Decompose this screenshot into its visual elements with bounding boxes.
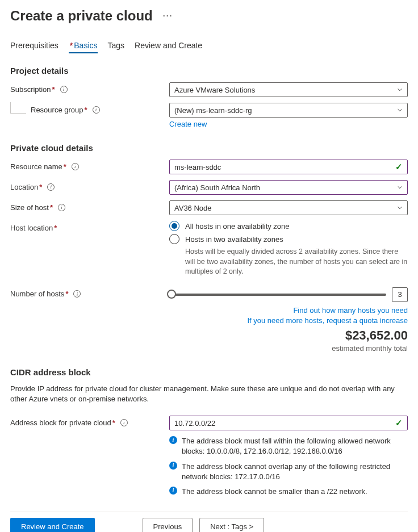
tab-tags[interactable]: Tags bbox=[108, 41, 125, 53]
tab-bar: Prerequisities *Basics Tags Review and C… bbox=[10, 41, 408, 53]
location-select[interactable]: (Africa) South Africa North bbox=[169, 180, 408, 195]
section-cidr: CIDR address block bbox=[10, 367, 408, 377]
more-actions-icon[interactable]: ··· bbox=[163, 11, 173, 20]
info-icon[interactable]: i bbox=[47, 183, 55, 191]
link-find-hosts[interactable]: Find out how many hosts you need bbox=[293, 306, 408, 315]
section-project-details: Project details bbox=[10, 66, 408, 76]
valid-check-icon: ✓ bbox=[395, 162, 403, 172]
tab-basics[interactable]: *Basics bbox=[69, 41, 98, 53]
chevron-down-icon bbox=[397, 107, 403, 113]
create-new-link[interactable]: Create new bbox=[169, 120, 207, 128]
info-icon[interactable]: i bbox=[60, 86, 68, 93]
tree-indent-icon bbox=[10, 102, 26, 114]
size-of-host-select[interactable]: AV36 Node bbox=[169, 200, 408, 215]
chevron-down-icon bbox=[397, 205, 403, 211]
previous-button[interactable]: Previous bbox=[143, 518, 193, 532]
section-private-cloud-details: Private cloud details bbox=[10, 143, 408, 153]
resource-name-input[interactable]: ms-learn-sddc ✓ bbox=[169, 160, 408, 174]
radio-unselected-icon bbox=[169, 234, 179, 244]
valid-check-icon: ✓ bbox=[395, 418, 403, 428]
label-resource-group: Resource group* i bbox=[10, 103, 169, 116]
label-size-of-host: Size of host* i bbox=[10, 200, 169, 214]
label-subscription: Subscription* i bbox=[10, 82, 169, 96]
info-icon[interactable]: i bbox=[72, 163, 79, 170]
cidr-description: Provide IP address for private cloud for… bbox=[10, 384, 408, 404]
next-button[interactable]: Next : Tags > bbox=[199, 518, 264, 532]
link-quota-increase[interactable]: If you need more hosts, request a quota … bbox=[247, 316, 408, 325]
label-number-of-hosts: Number of hosts* i bbox=[10, 287, 169, 301]
slider-thumb-icon[interactable] bbox=[167, 290, 176, 299]
radio-two-zones[interactable]: Hosts in two availability zones bbox=[169, 234, 408, 244]
info-icon[interactable]: i bbox=[73, 290, 81, 298]
label-resource-name: Resource name* i bbox=[10, 160, 169, 173]
label-address-block: Address block for private cloud* i bbox=[10, 416, 169, 429]
hosts-number-input[interactable]: 3 bbox=[392, 287, 408, 302]
tab-review[interactable]: Review and Create bbox=[135, 41, 202, 53]
radio-selected-icon bbox=[169, 221, 179, 231]
hosts-slider[interactable] bbox=[172, 294, 386, 296]
address-block-input[interactable]: 10.72.0.0/22 ✓ bbox=[169, 416, 408, 430]
resource-group-select[interactable]: (New) ms-learn-sddc-rg bbox=[169, 103, 408, 118]
label-host-location: Host location* bbox=[10, 221, 169, 234]
price-subtitle: estimated monthly total bbox=[169, 344, 408, 353]
tab-prerequisities[interactable]: Prerequisities bbox=[10, 41, 58, 53]
info-blue-icon: i bbox=[169, 436, 177, 444]
host-location-help: Hosts will be equally divided across 2 a… bbox=[185, 247, 408, 277]
radio-one-zone[interactable]: All hosts in one availability zone bbox=[169, 221, 408, 231]
cidr-info-2: i The address block cannot overlap any o… bbox=[169, 462, 408, 482]
footer-bar: Review and Create Previous Next : Tags > bbox=[10, 512, 408, 532]
info-icon[interactable]: i bbox=[58, 204, 65, 211]
label-location: Location* i bbox=[10, 180, 169, 194]
info-blue-icon: i bbox=[169, 462, 177, 470]
chevron-down-icon bbox=[397, 185, 403, 190]
review-create-button[interactable]: Review and Create bbox=[10, 518, 95, 532]
info-icon[interactable]: i bbox=[93, 106, 100, 114]
cidr-info-3: i The address block cannot be smaller th… bbox=[169, 487, 408, 497]
chevron-down-icon bbox=[397, 87, 403, 93]
info-blue-icon: i bbox=[169, 487, 177, 495]
page-title-text: Create a private cloud bbox=[10, 8, 153, 24]
subscription-select[interactable]: Azure VMware Solutions bbox=[169, 82, 408, 97]
estimated-price: $23,652.00 bbox=[169, 328, 408, 343]
cidr-info-1: i The address block must fall within the… bbox=[169, 436, 408, 456]
info-icon[interactable]: i bbox=[120, 419, 128, 426]
page-title: Create a private cloud ··· bbox=[10, 8, 408, 24]
